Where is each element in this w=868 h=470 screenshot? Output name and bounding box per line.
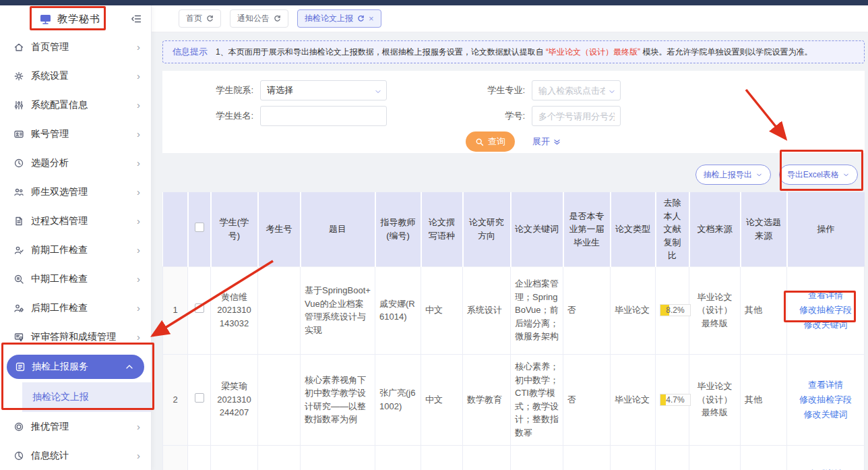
chevron-right-icon: › — [137, 303, 140, 313]
student-cell: 黄信维2021310143032 — [211, 266, 258, 354]
thesis-type-cell: 毕业论文 — [611, 354, 656, 445]
chevron-right-icon: › — [137, 274, 140, 284]
copy-ratio-badge: 4.7% — [660, 394, 691, 406]
table-row: 3郑秋珠2021310义务教育第三学段“统计与概率”领域的教学于冰(j61009… — [163, 445, 865, 470]
sidebar-item-label: 评审答辩和成绩管理 — [31, 331, 116, 343]
sidebar-item-0[interactable]: 首页管理› — [0, 32, 151, 61]
row-select-cell — [188, 354, 211, 445]
sidebar-item-label: 首页管理 — [31, 41, 69, 53]
col-header-10: 文档来源 — [689, 192, 741, 266]
search-button-label: 查询 — [488, 136, 505, 148]
col-header-11: 论文选题来源 — [741, 192, 787, 266]
doc-source-cell: 毕业论文（设计）最终版 — [689, 354, 741, 445]
actions-cell: 查看详情修改抽检字段修改关键词 — [787, 266, 865, 354]
keywords-cell: 核心素养；初中数学；CTI教学模式；教学设计；整数指数幂 — [511, 354, 563, 445]
refresh-icon — [274, 15, 281, 22]
copy-ratio-cell: 4.7% — [656, 354, 689, 445]
form-actions: 查询 展开 — [162, 131, 865, 152]
row-index-cell: 1 — [163, 266, 188, 354]
col-header-9: 去除本人文献复制比 — [656, 192, 689, 266]
student-name-input[interactable] — [260, 106, 387, 126]
title-cell: 义务教育第三学段“统计与概率”领域的教学 — [301, 445, 375, 470]
user-gear-icon — [13, 303, 24, 314]
edit-sample-fields-link[interactable]: 修改抽检字段 — [791, 303, 860, 318]
row-select-cell — [188, 266, 211, 354]
select-all-checkbox[interactable] — [195, 223, 204, 232]
tab-1[interactable]: 通知公告 — [230, 9, 288, 28]
sidebar-item-4[interactable]: 选题分析› — [0, 148, 151, 177]
tab-2[interactable]: 抽检论文上报× — [297, 9, 381, 28]
edit-keywords-link[interactable]: 修改关键词 — [791, 318, 860, 332]
actions-cell: 查看详情修改抽检字段修改关键词 — [787, 445, 865, 470]
sidebar-item-6[interactable]: 过程文档管理› — [0, 206, 151, 235]
student-cell: 梁笑瑜2021310244207 — [211, 354, 258, 445]
sidebar-item-10[interactable]: 评审答辩和成绩管理› — [0, 322, 151, 351]
row-checkbox[interactable] — [195, 303, 204, 313]
view-details-link[interactable]: 查看详情 — [791, 288, 860, 303]
chevron-right-icon: › — [137, 42, 140, 52]
actions-cell: 查看详情修改抽检字段修改关键词 — [787, 354, 865, 445]
sidebar-item-8[interactable]: 中期工作检查› — [0, 264, 151, 293]
edit-sample-fields-link[interactable]: 修改抽检字段 — [791, 392, 860, 407]
tab-0[interactable]: 首页 — [179, 9, 221, 28]
view-details-link[interactable]: 查看详情 — [791, 378, 860, 392]
row-checkbox[interactable] — [195, 393, 204, 403]
table-row: 2梁笑瑜2021310244207核心素养视角下初中数学教学设计研究——以整数指… — [163, 354, 865, 445]
student-no: 2021310143032 — [215, 303, 253, 330]
sidebar-item-label: 师生双选管理 — [31, 186, 88, 198]
thesis-type-cell: 毕业论文 — [611, 445, 656, 470]
student-department-value[interactable] — [260, 80, 387, 100]
sidebar-item-label: 系统设置 — [31, 70, 69, 82]
search-button[interactable]: 查询 — [466, 131, 515, 152]
student-major-select[interactable] — [532, 80, 621, 100]
copy-ratio-value: 8.2% — [660, 305, 690, 316]
expand-link[interactable]: 展开 — [532, 136, 561, 148]
advisor-cell: 戚安娜(R61014) — [375, 266, 421, 354]
sidebar-subitem-11-0[interactable]: 抽检论文上报 — [22, 382, 151, 412]
export-excel-button[interactable]: 导出Excel表格 — [779, 165, 858, 185]
col-header-3: 指导教师(编号) — [375, 192, 421, 266]
student-name: 黄信维 — [215, 291, 253, 304]
clock-icon — [13, 158, 24, 169]
info-text-before: 1、本页面用于展示和导出抽检论文上报数据，根据抽检上报服务设置，论文数据默认提取… — [216, 47, 544, 57]
sidebar-item-3[interactable]: 账号管理› — [0, 119, 151, 148]
view-details-link[interactable]: 查看详情 — [791, 467, 860, 470]
sidebar-item-13[interactable]: 信息统计› — [0, 441, 151, 470]
export-report-button[interactable]: 抽检上报导出 — [695, 165, 771, 185]
sidebar-item-11[interactable]: 抽检上报服务 — [7, 355, 144, 379]
first-batch-cell: 否 — [563, 445, 611, 470]
col-header-12: 操作 — [787, 192, 865, 266]
sidebar-item-7[interactable]: 前期工作检查› — [0, 235, 151, 264]
form-row-2: 学生姓名: 学号: — [162, 106, 865, 126]
col-header-select — [188, 192, 211, 266]
sidebar-item-9[interactable]: 后期工作检查› — [0, 293, 151, 322]
edit-keywords-link[interactable]: 修改关键词 — [791, 407, 860, 422]
advisor-cell: 张广亮(j61002) — [375, 354, 421, 445]
sidebar-item-12[interactable]: 推优管理› — [0, 412, 151, 441]
table-row: 1黄信维2021310143032基于SpringBoot+Vue的企业档案管理… — [163, 266, 865, 354]
screen: 教学秘书 首页管理›系统设置›系统配置信息›账号管理›选题分析›师生双选管理›过… — [0, 0, 868, 470]
sidebar-item-1[interactable]: 系统设置› — [0, 61, 151, 90]
tab-bar: 首页通知公告抽检论文上报× — [152, 5, 868, 32]
student-name-field[interactable] — [260, 106, 387, 126]
tab-label: 抽检论文上报 — [305, 13, 353, 24]
student-id-field[interactable] — [532, 106, 621, 126]
student-major-input[interactable] — [532, 80, 621, 100]
sidebar-item-2[interactable]: 系统配置信息› — [0, 90, 151, 119]
tab-label: 通知公告 — [237, 13, 270, 24]
topbar — [0, 0, 868, 5]
language-cell: 中文 — [421, 266, 463, 354]
keywords-cell: 义务教育第三学段；统计 — [511, 445, 563, 470]
student-id-input[interactable] — [532, 106, 621, 126]
candidate-no-cell — [258, 266, 301, 354]
close-icon[interactable]: × — [369, 14, 374, 23]
student-department-select[interactable] — [260, 80, 387, 100]
refresh-icon — [357, 15, 365, 22]
sidebar-collapse-icon[interactable] — [131, 13, 142, 24]
col-header-8: 论文类型 — [611, 192, 656, 266]
thesis-table: 学生(学号)考生号题目指导教师(编号)论文撰写语种论文研究方向论文关键词是否本专… — [162, 192, 865, 470]
candidate-no-cell — [258, 445, 301, 470]
topic-source-cell: 其他 — [741, 266, 787, 354]
home-icon — [13, 42, 24, 53]
sidebar-item-5[interactable]: 师生双选管理› — [0, 177, 151, 206]
